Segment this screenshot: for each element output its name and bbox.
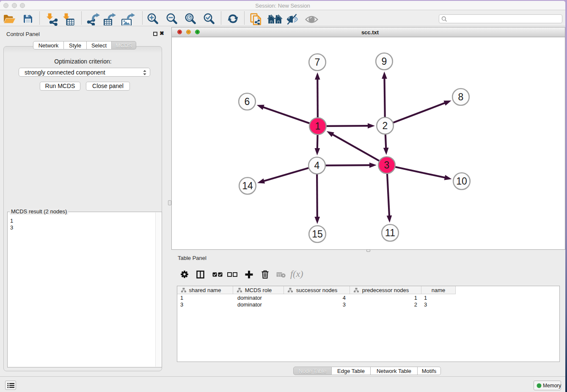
svg-text:14: 14 [242, 180, 253, 191]
svg-text:9: 9 [382, 56, 387, 67]
svg-text:8: 8 [458, 91, 464, 102]
svg-text:3: 3 [384, 160, 390, 171]
svg-text:11: 11 [385, 227, 395, 238]
svg-text:4: 4 [314, 160, 320, 171]
svg-text:10: 10 [456, 176, 467, 187]
svg-text:15: 15 [312, 229, 323, 240]
svg-text:7: 7 [315, 57, 320, 68]
svg-text:1: 1 [315, 121, 321, 132]
svg-text:6: 6 [245, 96, 250, 107]
svg-text:2: 2 [383, 120, 388, 131]
